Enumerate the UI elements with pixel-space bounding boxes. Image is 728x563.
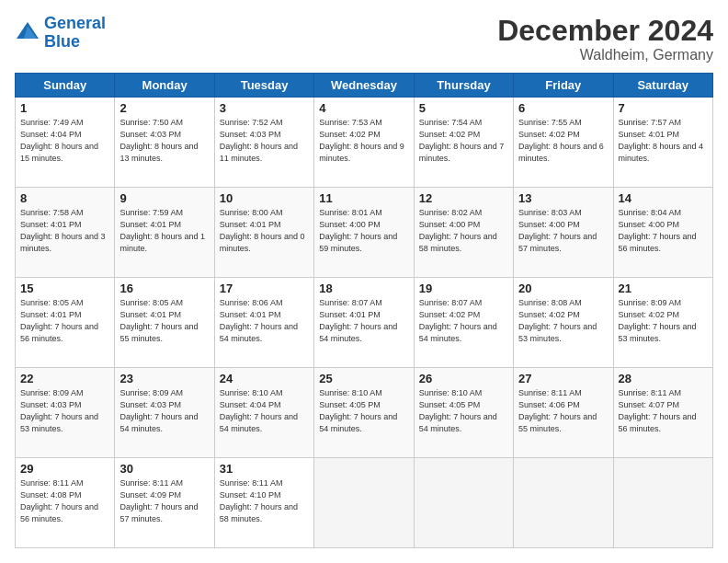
day-number: 8 xyxy=(20,191,109,205)
calendar-cell: 4 Sunrise: 7:53 AMSunset: 4:02 PMDayligh… xyxy=(314,98,414,188)
day-number: 28 xyxy=(619,372,708,385)
calendar-cell: 15 Sunrise: 8:05 AMSunset: 4:01 PMDaylig… xyxy=(16,278,115,368)
day-info: Sunrise: 8:09 AMSunset: 4:02 PMDaylight:… xyxy=(619,297,708,345)
location: Waldheim, Germany xyxy=(497,47,713,63)
calendar-cell: 16 Sunrise: 8:05 AMSunset: 4:01 PMDaylig… xyxy=(115,278,214,368)
day-number: 21 xyxy=(619,282,708,295)
calendar-cell: 1 Sunrise: 7:49 AMSunset: 4:04 PMDayligh… xyxy=(16,98,115,188)
day-number: 12 xyxy=(419,191,508,205)
logo-icon xyxy=(15,20,40,46)
day-number: 29 xyxy=(20,462,109,476)
calendar-cell: 10 Sunrise: 8:00 AMSunset: 4:01 PMDaylig… xyxy=(214,188,313,278)
calendar-cell: 22 Sunrise: 8:09 AMSunset: 4:03 PMDaylig… xyxy=(16,368,115,458)
week-row-4: 22 Sunrise: 8:09 AMSunset: 4:03 PMDaylig… xyxy=(16,368,713,458)
calendar-cell: 23 Sunrise: 8:09 AMSunset: 4:03 PMDaylig… xyxy=(115,368,214,458)
calendar-cell xyxy=(414,458,513,548)
calendar-cell xyxy=(613,458,712,548)
calendar-cell: 27 Sunrise: 8:11 AMSunset: 4:06 PMDaylig… xyxy=(514,368,613,458)
day-number: 4 xyxy=(319,101,408,115)
calendar-cell: 20 Sunrise: 8:08 AMSunset: 4:02 PMDaylig… xyxy=(514,278,613,368)
day-number: 25 xyxy=(319,372,408,385)
calendar-cell: 5 Sunrise: 7:54 AMSunset: 4:02 PMDayligh… xyxy=(414,98,513,188)
calendar-cell: 26 Sunrise: 8:10 AMSunset: 4:05 PMDaylig… xyxy=(414,368,513,458)
day-info: Sunrise: 7:55 AMSunset: 4:02 PMDaylight:… xyxy=(518,117,608,165)
calendar-table: SundayMondayTuesdayWednesdayThursdayFrid… xyxy=(15,73,713,548)
calendar-cell: 25 Sunrise: 8:10 AMSunset: 4:05 PMDaylig… xyxy=(314,368,414,458)
calendar-cell: 12 Sunrise: 8:02 AMSunset: 4:00 PMDaylig… xyxy=(414,188,513,278)
weekday-header-tuesday: Tuesday xyxy=(214,74,313,98)
calendar-cell: 28 Sunrise: 8:11 AMSunset: 4:07 PMDaylig… xyxy=(613,368,712,458)
logo-line1: General xyxy=(44,14,106,32)
day-info: Sunrise: 8:09 AMSunset: 4:03 PMDaylight:… xyxy=(119,387,209,435)
day-info: Sunrise: 7:54 AMSunset: 4:02 PMDaylight:… xyxy=(419,117,508,165)
day-info: Sunrise: 7:58 AMSunset: 4:01 PMDaylight:… xyxy=(20,207,109,255)
day-info: Sunrise: 8:04 AMSunset: 4:00 PMDaylight:… xyxy=(619,207,708,255)
day-info: Sunrise: 8:11 AMSunset: 4:07 PMDaylight:… xyxy=(619,387,708,435)
week-row-5: 29 Sunrise: 8:11 AMSunset: 4:08 PMDaylig… xyxy=(16,458,713,548)
day-info: Sunrise: 8:11 AMSunset: 4:08 PMDaylight:… xyxy=(20,477,109,525)
title-block: December 2024 Waldheim, Germany xyxy=(497,15,713,63)
day-info: Sunrise: 7:50 AMSunset: 4:03 PMDaylight:… xyxy=(119,117,209,165)
header: General Blue December 2024 Waldheim, Ger… xyxy=(15,15,713,63)
weekday-header-row: SundayMondayTuesdayWednesdayThursdayFrid… xyxy=(16,74,713,98)
day-number: 18 xyxy=(319,282,408,295)
day-number: 16 xyxy=(119,282,209,295)
day-number: 5 xyxy=(419,101,508,115)
weekday-header-wednesday: Wednesday xyxy=(314,74,414,98)
calendar-cell: 31 Sunrise: 8:11 AMSunset: 4:10 PMDaylig… xyxy=(214,458,313,548)
day-info: Sunrise: 7:53 AMSunset: 4:02 PMDaylight:… xyxy=(319,117,408,165)
day-info: Sunrise: 8:05 AMSunset: 4:01 PMDaylight:… xyxy=(119,297,209,345)
calendar-cell: 17 Sunrise: 8:06 AMSunset: 4:01 PMDaylig… xyxy=(214,278,313,368)
weekday-header-thursday: Thursday xyxy=(414,74,513,98)
calendar-cell: 19 Sunrise: 8:07 AMSunset: 4:02 PMDaylig… xyxy=(414,278,513,368)
weekday-header-saturday: Saturday xyxy=(613,74,712,98)
day-number: 23 xyxy=(119,372,209,385)
day-info: Sunrise: 8:10 AMSunset: 4:05 PMDaylight:… xyxy=(319,387,408,435)
day-info: Sunrise: 8:10 AMSunset: 4:05 PMDaylight:… xyxy=(419,387,508,435)
day-number: 17 xyxy=(220,282,309,295)
day-number: 15 xyxy=(20,282,109,295)
calendar-cell: 29 Sunrise: 8:11 AMSunset: 4:08 PMDaylig… xyxy=(16,458,115,548)
day-number: 10 xyxy=(220,191,309,205)
day-info: Sunrise: 8:00 AMSunset: 4:01 PMDaylight:… xyxy=(220,207,309,255)
calendar-cell: 6 Sunrise: 7:55 AMSunset: 4:02 PMDayligh… xyxy=(514,98,613,188)
day-info: Sunrise: 8:05 AMSunset: 4:01 PMDaylight:… xyxy=(20,297,109,345)
day-number: 19 xyxy=(419,282,508,295)
logo-line2: Blue xyxy=(44,33,106,52)
calendar-cell: 11 Sunrise: 8:01 AMSunset: 4:00 PMDaylig… xyxy=(314,188,414,278)
weekday-header-friday: Friday xyxy=(514,74,613,98)
day-number: 20 xyxy=(518,282,608,295)
day-number: 22 xyxy=(20,372,109,385)
day-number: 24 xyxy=(220,372,309,385)
day-info: Sunrise: 8:07 AMSunset: 4:01 PMDaylight:… xyxy=(319,297,408,345)
day-info: Sunrise: 7:59 AMSunset: 4:01 PMDaylight:… xyxy=(119,207,209,255)
calendar-cell: 30 Sunrise: 8:11 AMSunset: 4:09 PMDaylig… xyxy=(115,458,214,548)
calendar-cell xyxy=(314,458,414,548)
day-info: Sunrise: 8:01 AMSunset: 4:00 PMDaylight:… xyxy=(319,207,408,255)
calendar-cell: 13 Sunrise: 8:03 AMSunset: 4:00 PMDaylig… xyxy=(514,188,613,278)
day-info: Sunrise: 8:09 AMSunset: 4:03 PMDaylight:… xyxy=(20,387,109,435)
calendar-cell: 14 Sunrise: 8:04 AMSunset: 4:00 PMDaylig… xyxy=(613,188,712,278)
day-info: Sunrise: 8:07 AMSunset: 4:02 PMDaylight:… xyxy=(419,297,508,345)
day-info: Sunrise: 8:03 AMSunset: 4:00 PMDaylight:… xyxy=(518,207,608,255)
calendar-cell: 18 Sunrise: 8:07 AMSunset: 4:01 PMDaylig… xyxy=(314,278,414,368)
logo: General Blue xyxy=(15,15,106,52)
week-row-3: 15 Sunrise: 8:05 AMSunset: 4:01 PMDaylig… xyxy=(16,278,713,368)
day-number: 27 xyxy=(518,372,608,385)
day-info: Sunrise: 8:06 AMSunset: 4:01 PMDaylight:… xyxy=(220,297,309,345)
calendar-cell: 9 Sunrise: 7:59 AMSunset: 4:01 PMDayligh… xyxy=(115,188,214,278)
day-info: Sunrise: 7:57 AMSunset: 4:01 PMDaylight:… xyxy=(619,117,708,165)
week-row-2: 8 Sunrise: 7:58 AMSunset: 4:01 PMDayligh… xyxy=(16,188,713,278)
day-info: Sunrise: 8:11 AMSunset: 4:10 PMDaylight:… xyxy=(220,477,309,525)
calendar-cell: 8 Sunrise: 7:58 AMSunset: 4:01 PMDayligh… xyxy=(16,188,115,278)
day-info: Sunrise: 8:10 AMSunset: 4:04 PMDaylight:… xyxy=(220,387,309,435)
calendar-cell: 21 Sunrise: 8:09 AMSunset: 4:02 PMDaylig… xyxy=(613,278,712,368)
day-number: 9 xyxy=(119,191,209,205)
day-info: Sunrise: 8:11 AMSunset: 4:09 PMDaylight:… xyxy=(119,477,209,525)
day-info: Sunrise: 8:11 AMSunset: 4:06 PMDaylight:… xyxy=(518,387,608,435)
day-number: 7 xyxy=(619,101,708,115)
day-info: Sunrise: 7:49 AMSunset: 4:04 PMDaylight:… xyxy=(20,117,109,165)
weekday-header-sunday: Sunday xyxy=(16,74,115,98)
page: General Blue December 2024 Waldheim, Ger… xyxy=(0,0,728,563)
day-number: 30 xyxy=(119,462,209,476)
